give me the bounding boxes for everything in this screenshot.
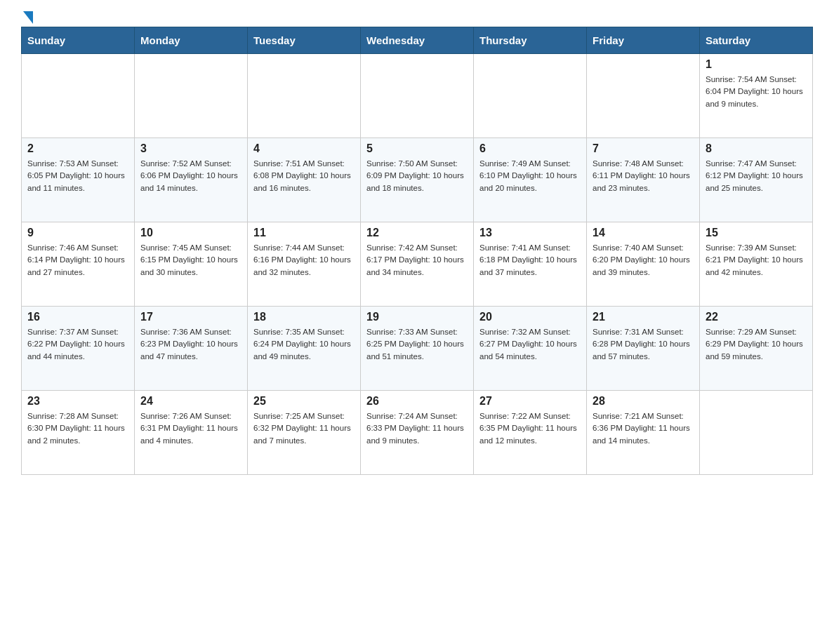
day-number: 24 [140, 395, 241, 408]
day-info: Sunrise: 7:40 AM Sunset: 6:20 PM Dayligh… [593, 242, 694, 279]
day-of-week-header: Saturday [700, 27, 813, 54]
calendar-cell [248, 54, 361, 138]
day-of-week-header: Friday [587, 27, 700, 54]
day-info: Sunrise: 7:32 AM Sunset: 6:27 PM Dayligh… [479, 326, 581, 363]
day-info: Sunrise: 7:33 AM Sunset: 6:25 PM Dayligh… [366, 326, 468, 363]
calendar-cell: 4Sunrise: 7:51 AM Sunset: 6:08 PM Daylig… [248, 138, 361, 222]
day-number: 13 [479, 227, 581, 239]
day-info: Sunrise: 7:45 AM Sunset: 6:15 PM Dayligh… [140, 242, 241, 279]
calendar-cell: 18Sunrise: 7:35 AM Sunset: 6:24 PM Dayli… [248, 307, 361, 391]
logo [21, 14, 33, 20]
day-info: Sunrise: 7:36 AM Sunset: 6:23 PM Dayligh… [140, 326, 241, 363]
calendar-week-row: 2Sunrise: 7:53 AM Sunset: 6:05 PM Daylig… [22, 138, 813, 222]
day-number: 5 [366, 142, 468, 155]
day-number: 27 [479, 395, 581, 408]
calendar-cell: 5Sunrise: 7:50 AM Sunset: 6:09 PM Daylig… [361, 138, 474, 222]
calendar-cell: 21Sunrise: 7:31 AM Sunset: 6:28 PM Dayli… [587, 307, 700, 391]
day-info: Sunrise: 7:53 AM Sunset: 6:05 PM Dayligh… [27, 158, 128, 194]
day-number: 28 [593, 395, 694, 408]
calendar-cell [474, 54, 587, 138]
day-of-week-header: Wednesday [361, 27, 474, 54]
day-number: 7 [593, 142, 694, 155]
day-info: Sunrise: 7:26 AM Sunset: 6:31 PM Dayligh… [140, 410, 241, 447]
calendar-cell: 8Sunrise: 7:47 AM Sunset: 6:12 PM Daylig… [700, 138, 813, 222]
day-of-week-header: Monday [135, 27, 248, 54]
calendar-cell: 12Sunrise: 7:42 AM Sunset: 6:17 PM Dayli… [361, 222, 474, 307]
day-number: 8 [706, 142, 807, 155]
day-number: 9 [27, 227, 128, 239]
day-number: 6 [479, 142, 581, 155]
day-info: Sunrise: 7:48 AM Sunset: 6:11 PM Dayligh… [593, 158, 694, 194]
logo-general [21, 14, 33, 24]
day-info: Sunrise: 7:54 AM Sunset: 6:04 PM Dayligh… [706, 74, 807, 110]
day-info: Sunrise: 7:25 AM Sunset: 6:32 PM Dayligh… [253, 410, 355, 447]
day-info: Sunrise: 7:47 AM Sunset: 6:12 PM Dayligh… [706, 158, 807, 194]
day-info: Sunrise: 7:50 AM Sunset: 6:09 PM Dayligh… [366, 158, 468, 194]
day-number: 21 [593, 311, 694, 323]
calendar-cell [135, 54, 248, 138]
day-number: 10 [140, 227, 241, 239]
calendar-cell: 10Sunrise: 7:45 AM Sunset: 6:15 PM Dayli… [135, 222, 248, 307]
calendar-cell: 1Sunrise: 7:54 AM Sunset: 6:04 PM Daylig… [700, 54, 813, 138]
calendar-cell: 15Sunrise: 7:39 AM Sunset: 6:21 PM Dayli… [700, 222, 813, 307]
calendar-header-row: SundayMondayTuesdayWednesdayThursdayFrid… [22, 27, 813, 54]
calendar-cell: 13Sunrise: 7:41 AM Sunset: 6:18 PM Dayli… [474, 222, 587, 307]
calendar-cell: 3Sunrise: 7:52 AM Sunset: 6:06 PM Daylig… [135, 138, 248, 222]
day-info: Sunrise: 7:29 AM Sunset: 6:29 PM Dayligh… [706, 326, 807, 363]
day-number: 25 [253, 395, 355, 408]
day-of-week-header: Thursday [474, 27, 587, 54]
calendar-cell: 16Sunrise: 7:37 AM Sunset: 6:22 PM Dayli… [22, 307, 135, 391]
day-info: Sunrise: 7:51 AM Sunset: 6:08 PM Dayligh… [253, 158, 355, 194]
day-number: 4 [253, 142, 355, 155]
day-number: 3 [140, 142, 241, 155]
calendar-week-row: 1Sunrise: 7:54 AM Sunset: 6:04 PM Daylig… [22, 54, 813, 138]
calendar-week-row: 9Sunrise: 7:46 AM Sunset: 6:14 PM Daylig… [22, 222, 813, 307]
calendar-cell: 11Sunrise: 7:44 AM Sunset: 6:16 PM Dayli… [248, 222, 361, 307]
calendar-cell: 20Sunrise: 7:32 AM Sunset: 6:27 PM Dayli… [474, 307, 587, 391]
day-info: Sunrise: 7:39 AM Sunset: 6:21 PM Dayligh… [706, 242, 807, 279]
day-number: 18 [253, 311, 355, 323]
day-of-week-header: Tuesday [248, 27, 361, 54]
calendar-cell: 23Sunrise: 7:28 AM Sunset: 6:30 PM Dayli… [22, 391, 135, 475]
day-number: 2 [27, 142, 128, 155]
day-info: Sunrise: 7:37 AM Sunset: 6:22 PM Dayligh… [27, 326, 128, 363]
calendar-cell [361, 54, 474, 138]
day-info: Sunrise: 7:35 AM Sunset: 6:24 PM Dayligh… [253, 326, 355, 363]
day-number: 16 [27, 311, 128, 323]
day-number: 11 [253, 227, 355, 239]
calendar-week-row: 16Sunrise: 7:37 AM Sunset: 6:22 PM Dayli… [22, 307, 813, 391]
logo-arrow-icon [23, 11, 33, 24]
day-info: Sunrise: 7:22 AM Sunset: 6:35 PM Dayligh… [479, 410, 581, 447]
calendar-cell: 27Sunrise: 7:22 AM Sunset: 6:35 PM Dayli… [474, 391, 587, 475]
day-info: Sunrise: 7:52 AM Sunset: 6:06 PM Dayligh… [140, 158, 241, 194]
day-number: 12 [366, 227, 468, 239]
day-number: 19 [366, 311, 468, 323]
calendar-cell [700, 391, 813, 475]
calendar-cell: 24Sunrise: 7:26 AM Sunset: 6:31 PM Dayli… [135, 391, 248, 475]
day-info: Sunrise: 7:46 AM Sunset: 6:14 PM Dayligh… [27, 242, 128, 279]
calendar-cell: 17Sunrise: 7:36 AM Sunset: 6:23 PM Dayli… [135, 307, 248, 391]
day-number: 14 [593, 227, 694, 239]
day-number: 15 [706, 227, 807, 239]
day-number: 22 [706, 311, 807, 323]
day-info: Sunrise: 7:44 AM Sunset: 6:16 PM Dayligh… [253, 242, 355, 279]
calendar-cell: 22Sunrise: 7:29 AM Sunset: 6:29 PM Dayli… [700, 307, 813, 391]
page-header [21, 14, 813, 20]
calendar-cell: 28Sunrise: 7:21 AM Sunset: 6:36 PM Dayli… [587, 391, 700, 475]
day-number: 20 [479, 311, 581, 323]
day-info: Sunrise: 7:28 AM Sunset: 6:30 PM Dayligh… [27, 410, 128, 447]
day-info: Sunrise: 7:31 AM Sunset: 6:28 PM Dayligh… [593, 326, 694, 363]
calendar-table: SundayMondayTuesdayWednesdayThursdayFrid… [21, 27, 813, 475]
day-number: 23 [27, 395, 128, 408]
day-number: 26 [366, 395, 468, 408]
calendar-cell: 14Sunrise: 7:40 AM Sunset: 6:20 PM Dayli… [587, 222, 700, 307]
calendar-cell: 19Sunrise: 7:33 AM Sunset: 6:25 PM Dayli… [361, 307, 474, 391]
calendar-cell: 25Sunrise: 7:25 AM Sunset: 6:32 PM Dayli… [248, 391, 361, 475]
calendar-cell: 9Sunrise: 7:46 AM Sunset: 6:14 PM Daylig… [22, 222, 135, 307]
day-info: Sunrise: 7:24 AM Sunset: 6:33 PM Dayligh… [366, 410, 468, 447]
calendar-cell: 7Sunrise: 7:48 AM Sunset: 6:11 PM Daylig… [587, 138, 700, 222]
day-info: Sunrise: 7:41 AM Sunset: 6:18 PM Dayligh… [479, 242, 581, 279]
day-info: Sunrise: 7:49 AM Sunset: 6:10 PM Dayligh… [479, 158, 581, 194]
day-info: Sunrise: 7:42 AM Sunset: 6:17 PM Dayligh… [366, 242, 468, 279]
day-number: 17 [140, 311, 241, 323]
